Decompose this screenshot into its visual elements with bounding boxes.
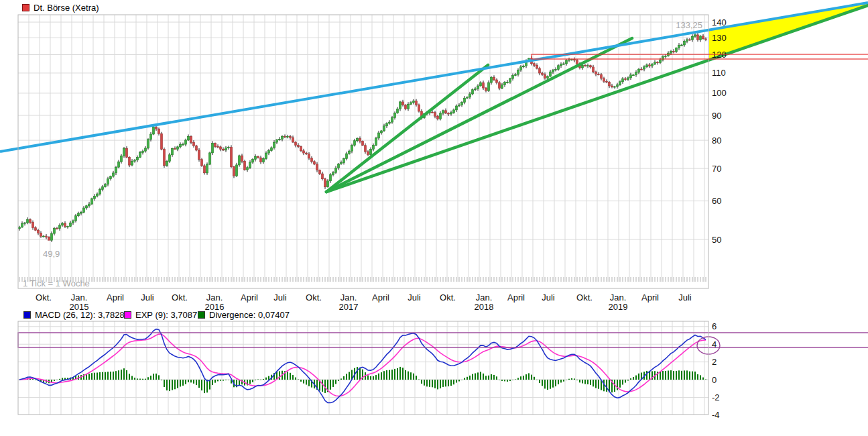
svg-text:April: April <box>641 292 659 303</box>
svg-text:April: April <box>107 292 124 303</box>
series-color-swatch-icon <box>22 4 29 11</box>
svg-text:90: 90 <box>712 111 721 121</box>
price-macd-chart-canvas[interactable]: 14013012011010090807060506420-2-4Okt.Jan… <box>0 0 868 436</box>
svg-text:70: 70 <box>712 164 721 174</box>
svg-text:Juli: Juli <box>678 292 692 303</box>
svg-text:4: 4 <box>712 339 717 349</box>
exp-line-label: EXP (9): 3,7087 <box>135 310 197 320</box>
macd-line-swatch-icon <box>23 311 31 319</box>
svg-text:Juli: Juli <box>542 292 555 303</box>
svg-text:2018: 2018 <box>475 302 494 312</box>
svg-text:Okt.: Okt. <box>172 292 188 303</box>
low-price-annotation: 49,9 <box>43 249 60 259</box>
svg-text:April: April <box>372 292 389 303</box>
svg-text:Jan.: Jan. <box>610 292 627 303</box>
tick-interval-note: 1 Tick = 1 Woche <box>23 278 90 288</box>
macd-line <box>19 329 706 403</box>
macd-line-label: MACD (26, 12): 3,7828 <box>35 310 125 320</box>
svg-text:April: April <box>507 292 525 303</box>
svg-text:Okt.: Okt. <box>36 292 52 303</box>
chart-title-row: Dt. Börse (Xetra) <box>22 3 99 13</box>
divergence-label: Divergence: 0,07407 <box>209 310 290 320</box>
svg-text:-4: -4 <box>712 410 720 420</box>
svg-text:Okt.: Okt. <box>576 292 593 303</box>
svg-text:60: 60 <box>712 196 721 206</box>
svg-text:2019: 2019 <box>609 302 628 312</box>
price-panel-border <box>18 15 708 288</box>
svg-text:Jan.: Jan. <box>206 292 223 303</box>
svg-text:0: 0 <box>712 375 717 385</box>
svg-text:50: 50 <box>712 235 721 245</box>
svg-text:Okt.: Okt. <box>440 292 456 303</box>
resistance-zone <box>532 54 868 59</box>
exp-signal-line <box>19 334 706 396</box>
candlesticks <box>19 33 707 242</box>
svg-text:130: 130 <box>712 33 727 43</box>
svg-text:140: 140 <box>712 17 727 28</box>
svg-text:110: 110 <box>712 68 726 78</box>
chart-title: Dt. Börse (Xetra) <box>34 3 99 13</box>
svg-text:Okt.: Okt. <box>306 292 322 303</box>
svg-text:April: April <box>241 292 258 303</box>
svg-text:2: 2 <box>712 357 717 367</box>
macd-lines <box>19 329 706 403</box>
chart-window: 14013012011010090807060506420-2-4Okt.Jan… <box>0 0 868 436</box>
macd-legend-item: MACD (26, 12): 3,7828 <box>23 310 125 320</box>
exp-legend-item: EXP (9): 3,7087 <box>124 310 197 320</box>
grid-lines <box>18 15 708 415</box>
svg-text:Jan.: Jan. <box>71 292 88 303</box>
svg-text:Juli: Juli <box>273 292 287 303</box>
exp-line-swatch-icon <box>124 311 131 319</box>
svg-text:Juli: Juli <box>408 292 421 303</box>
weekly-ticks <box>19 277 706 282</box>
svg-text:100: 100 <box>712 88 727 98</box>
svg-text:2017: 2017 <box>339 302 359 312</box>
svg-text:6: 6 <box>712 321 717 331</box>
svg-text:80: 80 <box>712 135 721 146</box>
svg-text:-2: -2 <box>712 392 720 402</box>
svg-text:Juli: Juli <box>141 292 154 303</box>
high-price-annotation: 133,25 <box>635 20 702 30</box>
svg-text:Jan.: Jan. <box>340 292 357 303</box>
svg-text:Jan.: Jan. <box>476 292 493 303</box>
divergence-swatch-icon <box>198 311 205 319</box>
divergence-legend-item: Divergence: 0,07407 <box>198 310 290 320</box>
